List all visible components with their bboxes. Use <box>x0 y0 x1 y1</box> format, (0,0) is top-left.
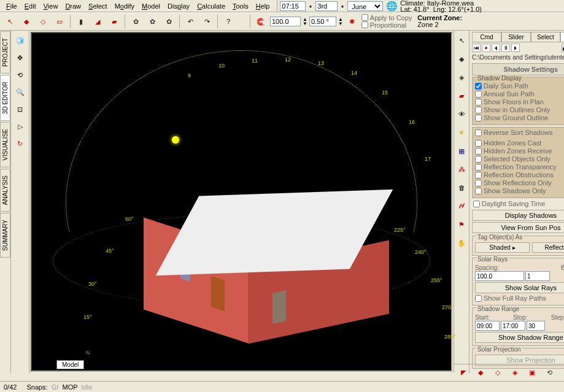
rotate-icon[interactable]: ⟲ <box>13 67 28 82</box>
trash-icon[interactable]: 🗑 <box>454 180 469 195</box>
cube-icon[interactable]: ◆ <box>454 52 469 66</box>
magnet-icon[interactable]: 🧲 <box>253 14 268 29</box>
chk-outlines[interactable] <box>475 107 482 113</box>
tool-box-icon[interactable]: ◆ <box>19 14 34 29</box>
tool-redo-icon[interactable]: ↷ <box>199 14 214 29</box>
value1-input[interactable] <box>270 17 301 26</box>
day-input[interactable] <box>315 1 338 11</box>
menu-select[interactable]: Select <box>85 1 111 11</box>
arrow-icon[interactable]: ↖ <box>454 33 469 48</box>
menu-tools[interactable]: Tools <box>229 1 252 11</box>
prev-icon[interactable]: ⏴ <box>492 44 500 52</box>
time-spinner[interactable]: ▴ <box>307 1 314 11</box>
menu-modify[interactable]: Modify <box>111 1 138 11</box>
rtab-slider[interactable]: Slider <box>501 32 531 42</box>
range-stop-input[interactable] <box>501 321 525 331</box>
chk-daily-sun[interactable] <box>475 83 482 90</box>
value2-input[interactable] <box>309 17 336 26</box>
menu-calc[interactable]: Calculate <box>193 1 229 11</box>
shadow-icon-6[interactable]: ⟲ <box>542 366 557 380</box>
time-input[interactable] <box>280 1 306 11</box>
chk-ssh[interactable] <box>475 188 482 194</box>
tool-gear2-icon[interactable]: ✿ <box>145 14 160 29</box>
spacing-input[interactable] <box>475 271 524 281</box>
camera-icon[interactable]: 📷 <box>562 44 564 52</box>
tool-help-icon[interactable]: ? <box>221 14 236 29</box>
chk-floors[interactable] <box>475 99 482 106</box>
btn-show-rays[interactable]: Show Solar Rays <box>475 282 564 293</box>
pause-icon[interactable]: ⏸ <box>501 44 510 52</box>
shadow-icon-1[interactable]: ◤ <box>456 366 471 380</box>
viewport-3d[interactable]: 15° 30° 45° 60° 210° 225° 240° 255° 270°… <box>31 32 452 372</box>
btn-tag-reflector[interactable]: Reflector ▸ <box>532 242 564 253</box>
menu-draw[interactable]: Draw <box>61 1 85 11</box>
tab-3d-editor[interactable]: 3D EDITOR <box>0 75 10 121</box>
btn-display-shadows[interactable]: Display Shadows <box>472 210 564 221</box>
chk-reverse[interactable] <box>475 129 482 136</box>
dots-icon[interactable]: ⁂ <box>454 162 469 177</box>
proportional-check[interactable] <box>361 21 368 28</box>
chk-rt[interactable] <box>475 164 482 171</box>
apply-copy-check[interactable] <box>361 14 368 21</box>
btn-view-sun-pos[interactable]: View From Sun Pos <box>472 222 564 233</box>
chk-ro[interactable] <box>475 172 482 179</box>
chk-sref[interactable] <box>475 180 482 186</box>
tab-visualise[interactable]: VISUALISE <box>0 122 10 167</box>
run-icon[interactable]: ▷ <box>13 119 28 134</box>
menu-file[interactable]: File <box>2 1 21 11</box>
btn-tag-shaded[interactable]: Shaded ▸ <box>475 242 530 253</box>
menu-model[interactable]: Model <box>138 1 164 11</box>
globe-icon[interactable]: 🌐 <box>384 0 399 13</box>
next-icon[interactable]: ⏵ <box>511 44 520 52</box>
tool-slab-icon[interactable]: ▰ <box>107 14 122 29</box>
menu-help[interactable]: Help <box>252 1 274 11</box>
shadow-icon-5[interactable]: ▣ <box>525 366 539 380</box>
menu-display[interactable]: Display <box>164 1 193 11</box>
chk-full-rays[interactable] <box>475 295 482 302</box>
value1-spinner[interactable]: ▲▼ <box>303 17 307 26</box>
menu-edit[interactable]: Edit <box>21 1 40 11</box>
chk-dst[interactable] <box>473 201 480 207</box>
month-select[interactable]: June <box>347 1 383 11</box>
btn-show-range[interactable]: Show Shadow Range <box>475 332 564 343</box>
hand-icon[interactable]: ✋ <box>454 236 469 250</box>
shadow-icon-2[interactable]: ◆ <box>473 366 488 380</box>
tab-project[interactable]: PROJECT <box>0 31 10 74</box>
pan-icon[interactable]: ✥ <box>13 50 28 65</box>
sync-icon[interactable]: 🗲 <box>454 199 469 213</box>
chk-ground[interactable] <box>475 115 482 121</box>
tool-roof-icon[interactable]: ◢ <box>90 14 105 29</box>
chk-hcast[interactable] <box>475 140 482 147</box>
tab-analysis[interactable]: ANALYSIS <box>0 169 10 212</box>
tool-gear1-icon[interactable]: ✿ <box>128 14 143 29</box>
tool-shape-icon[interactable]: ◇ <box>36 14 50 29</box>
bounces-input[interactable] <box>525 271 550 281</box>
tool-cursor-icon[interactable]: ↖ <box>2 14 17 29</box>
reset-view-icon[interactable]: ↻ <box>13 136 28 151</box>
tool-rect-icon[interactable]: ▭ <box>52 14 67 29</box>
day-spinner[interactable]: ▴ <box>339 1 346 11</box>
tool-gear3-icon[interactable]: ✿ <box>161 14 176 29</box>
panel-icon[interactable]: ▦ <box>454 144 469 158</box>
range-step-input[interactable] <box>527 321 545 331</box>
tab-summary[interactable]: SUMMARY <box>0 213 10 258</box>
zoom-fit-icon[interactable]: ⊡ <box>13 102 28 117</box>
chk-annual-sun[interactable] <box>475 91 482 98</box>
orbit-icon[interactable]: 🧊 <box>13 33 28 48</box>
axes-icon[interactable]: ✱ <box>345 14 360 29</box>
chk-hrecv[interactable] <box>475 148 482 155</box>
flag-icon[interactable]: ⚑ <box>454 217 469 232</box>
range-start-input[interactable] <box>475 321 500 331</box>
record-icon[interactable]: ● <box>482 44 490 52</box>
tool-wall-icon[interactable]: ▮ <box>74 14 88 29</box>
eye-icon[interactable]: 👁 <box>454 107 469 121</box>
cube2-icon[interactable]: ◈ <box>454 70 469 85</box>
rtab-movie[interactable]: Movie <box>560 32 564 42</box>
menu-view[interactable]: View <box>40 1 62 11</box>
rtab-select[interactable]: Select <box>531 32 560 42</box>
value2-spinner[interactable]: ▲▼ <box>338 17 343 26</box>
tool-undo-icon[interactable]: ↶ <box>183 14 198 29</box>
sun-tool-icon[interactable]: ☀ <box>454 125 469 140</box>
zoom-icon[interactable]: 🔍 <box>13 85 28 99</box>
chk-sel[interactable] <box>475 156 482 163</box>
